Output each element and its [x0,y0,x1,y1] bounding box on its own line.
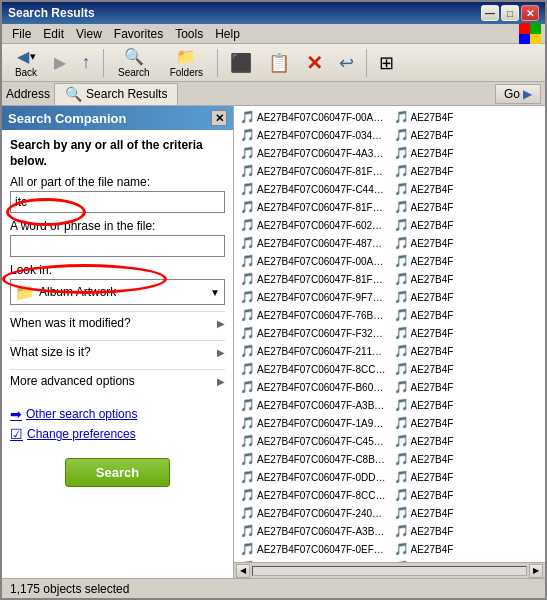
file-item[interactable]: 🎵AE27B4F07C06047F-1A9F2C1D6CAE9640.itc [236,414,390,432]
file-item[interactable]: 🎵AE27B4F07C06047F-034A6D3115584100.itc [236,126,390,144]
file-item[interactable]: 🎵AE27B4F [390,144,544,162]
copy-button[interactable]: ⬛ [223,47,259,79]
file-icon: 🎵 [240,182,255,196]
file-item[interactable]: 🎵AE27B4F07C06047F-C44F7AC32B76D300.itc [236,180,390,198]
folder-select[interactable]: 📁 Album Artwork ▼ [10,279,225,305]
file-item[interactable]: 🎵AE27B4F [390,198,544,216]
file-item[interactable]: 🎵AE27B4F [390,522,544,540]
folders-button[interactable]: 📁 Folders [161,47,212,79]
file-item[interactable]: 🎵AE27B4F07C06047F-81F6E4564B707510.itc [236,162,390,180]
file-item[interactable]: 🎵AE27B4F07C06047F-A3B26C3106CA5340.itc [236,396,390,414]
file-icon: 🎵 [394,146,409,160]
forward-button[interactable]: ▶ [48,47,72,79]
file-item[interactable]: 🎵AE27B4F07C06047F-0DDCA65A3D594050.itc [236,468,390,486]
menu-favorites[interactable]: Favorites [108,25,169,43]
maximize-button[interactable]: □ [501,5,519,21]
file-item[interactable]: 🎵AE27B4F07C06047F-240893F2DFC21350.itc [236,504,390,522]
phrase-input[interactable] [10,235,225,257]
back-icon: ◀ ▾ [17,47,36,66]
address-tab[interactable]: 🔍 Search Results [54,83,178,105]
file-item[interactable]: 🎵AE27B4F [390,504,544,522]
file-item[interactable]: 🎵AE27B4F [390,252,544,270]
file-item[interactable]: 🎵AE27B4F07C06047F-0EF68F8E2D47C450.itc [236,540,390,558]
file-item[interactable]: 🎵AE27B4F [390,414,544,432]
minimize-button[interactable]: — [481,5,499,21]
menu-help[interactable]: Help [209,25,246,43]
file-icon: 🎵 [240,254,255,268]
file-name: AE27B4F [411,130,454,141]
file-item[interactable]: 🎵AE27B4F [390,234,544,252]
file-item[interactable]: 🎵AE27B4F07C06047F-A3B26C3106CA5350.itc [236,522,390,540]
search-panel-close-button[interactable]: ✕ [211,110,227,126]
file-name: AE27B4F [411,238,454,249]
file-item[interactable]: 🎵AE27B4F [390,216,544,234]
file-list-panel: 🎵AE27B4F07C06047F-00A468C3C39B7100.itc🎵A… [234,106,545,578]
file-item[interactable]: 🎵AE27B4F07C06047F-487E175EE75B2C00.itc [236,234,390,252]
scroll-left-button[interactable]: ◀ [236,564,250,578]
back-button[interactable]: ◀ ▾ Back [6,47,46,79]
file-item[interactable]: 🎵AE27B4F [390,162,544,180]
advanced-section[interactable]: More advanced options ▶ [10,369,225,392]
file-name: AE27B4F [411,454,454,465]
file-item[interactable]: 🎵AE27B4F07C06047F-4A31BD4E492FD100.itc [236,144,390,162]
file-item[interactable]: 🎵AE27B4F [390,486,544,504]
file-item[interactable]: 🎵AE27B4F [390,180,544,198]
file-list-container[interactable]: 🎵AE27B4F07C06047F-00A468C3C39B7100.itc🎵A… [234,106,545,562]
menu-view[interactable]: View [70,25,108,43]
search-execute-button[interactable]: Search [65,458,170,487]
file-name: AE27B4F07C06047F-C8BCE0FAF39FAF40.itc [257,454,386,465]
file-item[interactable]: 🎵AE27B4F [390,108,544,126]
undo-button[interactable]: ↩ [332,47,361,79]
delete-button[interactable]: ✕ [299,47,330,79]
filename-input[interactable] [10,191,225,213]
file-item[interactable]: 🎵AE27B4F [390,360,544,378]
file-item[interactable]: 🎵AE27B4F07C06047F-81F6E4564B707510.itc [236,270,390,288]
change-prefs-link[interactable]: ☑ Change preferences [10,424,225,444]
file-item[interactable]: 🎵AE27B4F07C06047F-B60D40080F1D2240.itc [236,378,390,396]
scroll-right-button[interactable]: ▶ [529,564,543,578]
file-item[interactable]: 🎵AE27B4F07C06047F-8CCDE8D23E80C38E.itc [236,360,390,378]
other-search-link[interactable]: ➡ Other search options [10,404,225,424]
file-item[interactable]: 🎵AE27B4F07C06047F-00A468C3C39B7100.itc [236,108,390,126]
menu-file[interactable]: File [6,25,37,43]
file-item[interactable]: 🎵AE27B4F [390,378,544,396]
file-item[interactable]: 🎵AE27B4F07C06047F-9F70E0AE5BC7D810.itc [236,288,390,306]
size-section[interactable]: What size is it? ▶ [10,340,225,363]
file-item[interactable]: 🎵AE27B4F [390,306,544,324]
file-item[interactable]: 🎵AE27B4F [390,450,544,468]
file-item[interactable]: 🎵AE27B4F07C06047F-C45FAF315031AB40.itc [236,432,390,450]
go-button[interactable]: Go ▶ [495,84,541,104]
file-item[interactable]: 🎵AE27B4F [390,468,544,486]
file-icon: 🎵 [394,326,409,340]
when-modified-section[interactable]: When was it modified? ▶ [10,311,225,334]
up-button[interactable]: ↑ [74,47,98,79]
menu-tools[interactable]: Tools [169,25,209,43]
file-item[interactable]: 🎵AE27B4F07C06047F-8CCDE8D23E80C250.itc [236,486,390,504]
file-item[interactable]: 🎵AE27B4F [390,540,544,558]
file-item[interactable]: 🎵AE27B4F [390,396,544,414]
file-item[interactable]: 🎵AE27B4F07C06047F-76B6EA2110866C10.itc [236,306,390,324]
file-item[interactable]: 🎵AE27B4F07C06047F-F32E41B5F046A730.itc [236,324,390,342]
search-criteria-label: Search by any or all of the criteria bel… [10,138,225,169]
file-item[interactable]: 🎵AE27B4F07C06047F-211FAD50F69FF830.itc [236,342,390,360]
file-item[interactable]: 🎵AE27B4F07C06047F-C8BCE0FAF39FAF40.itc [236,450,390,468]
file-item[interactable]: 🎵AE27B4F07C06047F-00A468C3C39B7110.itc [236,252,390,270]
file-item[interactable]: 🎵AE27B4F [390,342,544,360]
scroll-track[interactable] [252,566,527,576]
file-item[interactable]: 🎵AE27B4F [390,432,544,450]
file-item[interactable]: 🎵AE27B4F [390,324,544,342]
close-button[interactable]: ✕ [521,5,539,21]
file-item[interactable]: 🎵AE27B4F [390,270,544,288]
file-item[interactable]: 🎵AE27B4F07C06047F-81F6E4564B707510.itc [236,198,390,216]
advanced-arrow-icon: ▶ [217,376,225,387]
file-item[interactable]: 🎵AE27B4F [390,288,544,306]
menu-edit[interactable]: Edit [37,25,70,43]
horizontal-scrollbar[interactable]: ◀ ▶ [234,562,545,578]
file-item[interactable]: 🎵AE27B4F [390,126,544,144]
search-button-container: Search [10,458,225,487]
file-item[interactable]: 🎵AE27B4F07C06047F-602A8A5D38CCA600.itc [236,216,390,234]
views-button[interactable]: ⊞ [372,47,401,79]
file-name: AE27B4F [411,292,454,303]
search-button-toolbar[interactable]: 🔍 Search [109,47,159,79]
paste-button[interactable]: 📋 [261,47,297,79]
